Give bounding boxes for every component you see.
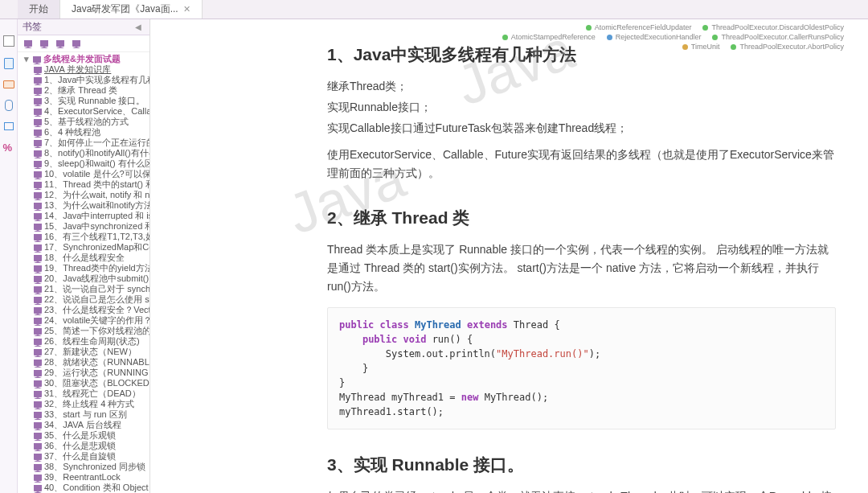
bookmark-icon	[34, 255, 42, 261]
bookmark-icon	[34, 109, 42, 115]
tree-item[interactable]: 14、Java中interrupted 和 isInte	[32, 211, 149, 221]
tag-item[interactable]: AtomicReferenceFieldUpdater	[586, 23, 692, 31]
tree-item[interactable]: 33、start 与 run 区别	[32, 409, 149, 420]
tree-item[interactable]: 2、继承 Thread 类	[32, 85, 149, 96]
bookmark-icon	[33, 56, 41, 63]
bookmark-add-icon[interactable]	[39, 38, 50, 49]
tab-java-doc[interactable]: Java研发军团《Java面... ✕	[60, 0, 203, 18]
tree-item[interactable]: 15、Java中synchronized 和 Ree	[32, 221, 149, 232]
tree-item[interactable]: 12、为什么wait, notify 和 notify	[32, 190, 149, 200]
pages-icon[interactable]	[3, 35, 14, 47]
panel-icon[interactable]	[4, 122, 14, 130]
tree-item-label: 5、基于线程池的方式	[44, 117, 129, 127]
bookmark-icon	[34, 359, 42, 366]
tree-item[interactable]: 37、什么是自旋锁	[32, 451, 149, 462]
bookmark-delete-icon[interactable]	[71, 38, 82, 49]
tag-item[interactable]: AtomicStampedReference	[502, 33, 596, 41]
bookmark-icon	[34, 161, 42, 167]
tree-item[interactable]: 1、Java中实现多线程有几种方法	[32, 75, 149, 85]
tag-item[interactable]: ThreadPoolExecutor.DiscardOldestPolicy	[702, 23, 844, 31]
attachment-icon[interactable]	[5, 100, 13, 111]
bookmark-icon	[34, 129, 42, 136]
tab-label: 开始	[29, 2, 48, 16]
collapse-icon[interactable]: ◀	[135, 23, 145, 32]
tree-item[interactable]: 13、为什么wait和notify方法要在	[32, 200, 149, 211]
tree-item-label: 35、什么是乐观锁	[44, 430, 116, 441]
tree-item[interactable]: 36、什么是悲观锁	[32, 441, 149, 451]
tree-item[interactable]: 20、Java线程池中submit() 和 e	[32, 273, 149, 284]
dot-icon	[731, 44, 736, 50]
tag-item[interactable]: ThreadPoolExecutor.CallerRunsPolicy	[712, 33, 844, 41]
paragraph: Thread 类本质上是实现了 Runnable 接口的一个实例，代表一个线程的…	[327, 240, 836, 296]
article-body: 1、Java中实现多线程有几种方法 继承Thread类； 实现Runnable接…	[327, 43, 836, 493]
close-icon[interactable]: ✕	[183, 4, 190, 14]
tree-item[interactable]: 10、volatile 是什么?可以保证有	[32, 169, 149, 179]
tag-item[interactable]: TimeUnit	[682, 43, 720, 51]
tree-item[interactable]: 21、说一说自己对于 synchroniz	[32, 284, 149, 294]
tree-item-label: 27、新建状态（NEW）	[44, 347, 137, 357]
bookmark-icon	[34, 98, 42, 105]
tree-item[interactable]: 23、什么是线程安全？Vector是	[32, 305, 149, 315]
tree-item[interactable]: JAVA 并发知识库	[32, 64, 149, 75]
sidebar-title: 书签	[23, 20, 42, 34]
tree-item-label: 14、Java中interrupted 和 isInte	[44, 211, 149, 221]
tree-item[interactable]: 30、阻塞状态（BLOCKED）	[32, 378, 149, 388]
dot-icon	[682, 44, 688, 50]
bookmark-icon	[34, 276, 42, 282]
book-icon[interactable]	[3, 80, 14, 88]
tree-item[interactable]: 25、简述一下你对线程池的理解	[32, 326, 149, 336]
tree-item[interactable]: 34、JAVA 后台线程	[32, 420, 149, 430]
signature-icon[interactable]: %	[3, 142, 14, 153]
tree-item[interactable]: 26、线程生命周期(状态)	[32, 336, 149, 347]
paragraph: 实现Callable接口通过FutureTask包装器来创建Thread线程；	[327, 119, 836, 138]
tree-item[interactable]: 28、就绪状态（RUNNABLE）	[32, 357, 149, 368]
bookmark-icon	[34, 328, 42, 335]
tree-item[interactable]: 16、有三个线程T1,T2,T3,如何保	[32, 232, 149, 242]
section-heading-2: 2、继承 Thread 类	[327, 207, 836, 229]
tree-root[interactable]: 多线程&并发面试题	[24, 54, 149, 64]
tree-item[interactable]: 3、实现 Runnable 接口。	[32, 96, 149, 106]
bookmark-icon	[34, 475, 42, 481]
tab-start[interactable]: 开始	[18, 0, 60, 18]
tree-item[interactable]: 8、notify()和notifyAll()有什么区	[32, 148, 149, 158]
tree-item[interactable]: 17、SynchronizedMap和Concur	[32, 242, 149, 253]
tree-item[interactable]: 40、Condition 类和 Object 类锁	[32, 483, 149, 493]
tree-item[interactable]: 38、Synchronized 同步锁	[32, 462, 149, 472]
tree-item[interactable]: 24、volatile关键字的作用？	[32, 315, 149, 326]
tree-item[interactable]: 31、线程死亡（DEAD）	[32, 388, 149, 399]
tree-item[interactable]: 9、sleep()和wait() 有什么区别?	[32, 158, 149, 169]
bookmark-icon	[34, 140, 42, 146]
tree-item[interactable]: 18、什么是线程安全	[32, 253, 149, 263]
tree-item-label: 12、为什么wait, notify 和 notify	[44, 190, 149, 200]
tree-item[interactable]: 7、如何停止一个正在运行的线程	[32, 138, 149, 148]
tree-item-label: 2、继承 Thread 类	[44, 85, 117, 96]
document-icon[interactable]	[4, 58, 14, 69]
tree-item[interactable]: 19、Thread类中的yield方法有什	[32, 263, 149, 273]
tree-item[interactable]: 11、Thread 类中的start() 和 run	[32, 179, 149, 190]
tree-item[interactable]: 27、新建状态（NEW）	[32, 347, 149, 357]
tree-item[interactable]: 22、说说自己是怎么使用 synch	[32, 294, 149, 305]
tree-item-label: 16、有三个线程T1,T2,T3,如何保	[44, 232, 149, 242]
bookmark-nav-icon[interactable]	[55, 38, 66, 49]
tree-item-label: 11、Thread 类中的start() 和 run	[44, 179, 149, 190]
tree-item[interactable]: 39、ReentrantLock	[32, 472, 149, 483]
tree-item-label: 29、运行状态（RUNNING）	[44, 368, 149, 378]
dot-icon	[712, 35, 718, 40]
bookmark-icon	[34, 297, 42, 303]
tag-item[interactable]: ThreadPoolExecutor.AbortPolicy	[731, 43, 844, 51]
tree-item-label: 20、Java线程池中submit() 和 e	[44, 273, 149, 284]
tree-item[interactable]: 32、终止线程 4 种方式	[32, 399, 149, 409]
tree-item[interactable]: 5、基于线程池的方式	[32, 117, 149, 127]
expand-all-icon[interactable]	[23, 38, 34, 49]
tree-item-label: 15、Java中synchronized 和 Ree	[44, 221, 149, 232]
tree-item[interactable]: 6、4 种线程池	[32, 127, 149, 138]
tree-item[interactable]: 29、运行状态（RUNNING）	[32, 368, 149, 378]
tree-item[interactable]: 4、ExecutorService、Callable、	[32, 106, 149, 117]
document-content[interactable]: AtomicReferenceFieldUpdater ThreadPoolEx…	[150, 19, 868, 493]
tree-item[interactable]: 35、什么是乐观锁	[32, 430, 149, 441]
tag-item[interactable]: RejectedExecutionHandler	[607, 33, 702, 41]
paragraph: 实现Runnable接口；	[327, 98, 836, 117]
tab-bar: 开始 Java研发军团《Java面... ✕	[0, 0, 868, 19]
bookmark-icon	[34, 67, 42, 73]
bookmark-tree[interactable]: 多线程&并发面试题 JAVA 并发知识库1、Java中实现多线程有几种方法2、继…	[18, 52, 149, 493]
